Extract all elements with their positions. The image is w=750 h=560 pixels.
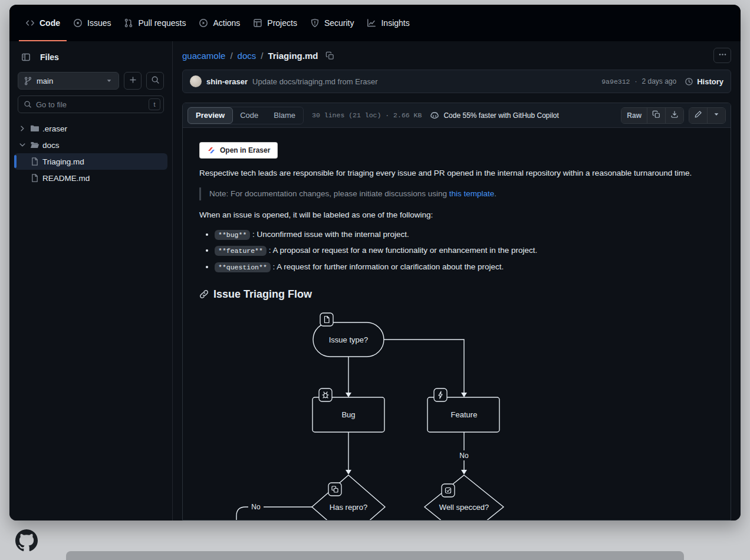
feature-label-code: **feature** [215,246,267,256]
note-period: . [494,189,496,198]
search-tree-button[interactable] [146,72,164,90]
tab-preview[interactable]: Preview [188,107,233,124]
raw-button[interactable]: Raw [621,108,647,123]
edge-label-no-hasrepro: No [251,503,261,511]
node-label-feature: Feature [451,410,478,419]
template-link[interactable]: this template [449,189,495,198]
doc-paragraph-1: Respective tech leads are responsible fo… [199,167,714,179]
edge-label-no-feature: No [459,452,469,460]
list-item: **bug** : Unconfirmed issue with the int… [215,228,714,241]
list-item: **question** : A request for further inf… [215,261,714,273]
nav-tab-label: Projects [267,18,297,28]
folder-open-icon [30,140,40,150]
question-label-code: **question** [215,262,271,272]
shortcut-key-badge: t [149,98,160,110]
avatar[interactable] [190,75,202,87]
nav-tab-code[interactable]: Code [19,5,67,41]
bug-icon [319,388,332,401]
desktop: Code Issues Pull requests Actions Projec… [0,0,750,560]
triangle-down-icon [712,110,721,120]
add-file-button[interactable] [124,72,142,90]
collapse-sidebar-button[interactable] [18,49,34,65]
section-heading: Issue Triaging Flow [199,286,714,302]
go-to-file-box: t [18,95,164,113]
copy-icon [328,483,341,496]
file-tree-sidebar: Files main t [9,41,173,521]
copilot-icon [430,111,439,120]
history-clock-icon [685,77,693,86]
nav-tab-projects[interactable]: Projects [246,5,304,41]
nav-tab-security[interactable]: Security [304,5,361,41]
tree-item-readme-md[interactable]: README.md [14,170,167,186]
nav-tab-label: Issues [87,18,111,28]
tree-item-triaging-md[interactable]: Triaging.md [14,153,167,170]
nav-tab-insights[interactable]: Insights [360,5,416,41]
commit-sha[interactable]: 9a9e312 [601,78,630,85]
tree-item-docs-folder[interactable]: docs [14,137,167,153]
breadcrumb-separator: / [230,51,232,61]
nav-tab-pull-requests[interactable]: Pull requests [117,5,192,41]
doc-note-blockquote: Note: For documentation changes, please … [199,187,714,200]
node-label-well-specced: Well specced? [439,503,489,512]
commit-age: 2 days ago [642,77,676,85]
download-icon [670,110,679,120]
breadcrumb-repo-link[interactable]: guacamole [182,51,225,61]
download-button[interactable] [665,108,683,123]
nav-tab-issues[interactable]: Issues [67,5,117,41]
tab-code[interactable]: Code [232,107,266,124]
graph-icon [367,18,376,28]
commit-message[interactable]: Update docs/triaging.md from Eraser [252,77,377,86]
commit-author[interactable]: shin-eraser [206,77,248,86]
tree-item-eraser-folder[interactable]: .eraser [14,120,167,137]
feature-label-desc: : A proposal or request for a new functi… [267,246,537,255]
play-icon [199,18,208,28]
node-label-bug: Bug [341,410,355,419]
tab-blame[interactable]: Blame [266,107,303,124]
edit-file-button[interactable] [689,108,707,123]
nav-tab-label: Actions [213,18,240,28]
git-branch-icon [24,77,32,85]
history-label: History [697,77,723,86]
nav-tab-actions[interactable]: Actions [192,5,246,41]
eraser-logo-icon [207,146,215,154]
breadcrumb-dir-link[interactable]: docs [238,51,256,61]
breadcrumb-current-file: Triaging.md [268,51,318,61]
copilot-banner[interactable]: Code 55% faster with GitHub Copilot [430,111,558,120]
label-list: **bug** : Unconfirmed issue with the int… [199,228,714,273]
nav-tab-label: Insights [381,18,409,28]
node-well-specced [425,475,504,520]
file-meta: 30 lines (21 loc) · 2.66 KB [312,111,422,119]
search-icon [151,75,160,86]
markdown-preview: Open in Eraser Respective tech leads are… [183,128,731,520]
node-has-repro [312,475,385,520]
bolt-icon [434,388,447,401]
tree-item-label: .eraser [42,124,67,133]
edge-hasrepro-no [236,507,312,520]
pencil-icon [694,110,702,120]
file-tree: .eraser docs Triaging.md README.md [14,120,167,186]
document-icon [320,313,333,326]
anchor-link-icon[interactable] [199,289,209,299]
search-icon [24,100,32,108]
folder-closed-icon [30,124,40,133]
copy-raw-button[interactable] [647,108,665,123]
repo-nav: Code Issues Pull requests Actions Projec… [9,5,741,41]
copy-path-icon[interactable] [323,48,337,62]
file-options-button[interactable] [713,48,731,63]
nav-tab-label: Code [40,18,60,28]
breadcrumb-separator: / [261,51,263,61]
side-panel-icon [21,52,31,62]
branch-name: main [37,77,53,85]
tree-item-label: docs [42,141,60,150]
edit-dropdown-button[interactable] [707,108,725,123]
history-button[interactable]: History [685,77,723,86]
branch-selector[interactable]: main [18,72,119,90]
open-in-eraser-button[interactable]: Open in Eraser [199,142,278,159]
note-text: Note: For documentation changes, please … [209,189,449,198]
tree-item-label: README.md [42,174,90,183]
code-icon [25,18,35,28]
file-icon [30,157,40,166]
question-label-desc: : A request for further information or c… [271,262,504,271]
go-to-file-input[interactable] [36,100,144,109]
chevron-down-icon [18,140,27,150]
